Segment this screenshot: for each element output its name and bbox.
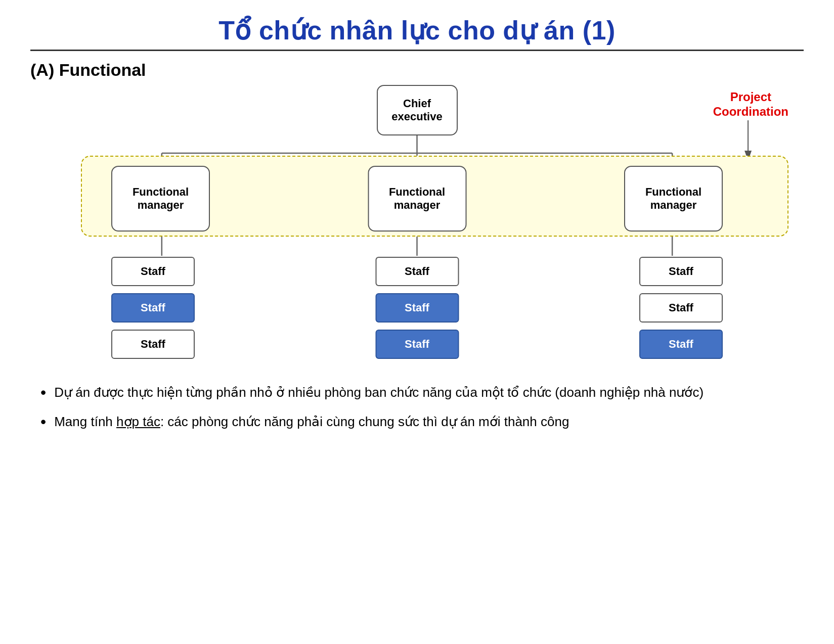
underline-hop-tac: hợp tác: [116, 414, 160, 429]
staff-center-3: Staff: [375, 330, 459, 359]
staff-center-2: Staff: [375, 293, 459, 323]
functional-manager-left: Functionalmanager: [111, 166, 210, 232]
fm-right-label: Functionalmanager: [645, 186, 701, 212]
staff-col-left: Staff Staff Staff: [111, 257, 195, 359]
staff-left-1: Staff: [111, 257, 195, 286]
title-divider: [30, 50, 804, 51]
bullet-list: • Dự án được thực hiện từng phần nhỏ ở n…: [40, 382, 804, 440]
diagram-area: (A) Functional: [30, 60, 804, 373]
staff-left-3: Staff: [111, 330, 195, 359]
functional-manager-center: Functionalmanager: [368, 166, 466, 232]
bullet-text-1: Dự án được thực hiện từng phần nhỏ ở nhi…: [54, 382, 804, 402]
section-label: (A) Functional: [30, 60, 146, 80]
org-chart: Chief executive Functionalmanager Functi…: [30, 80, 804, 373]
bullet-dot-2: •: [40, 411, 46, 433]
page-title: Tổ chức nhân lực cho dự án (1): [30, 10, 804, 50]
staff-right-2: Staff: [639, 293, 723, 323]
staff-col-right: Staff Staff Staff: [639, 257, 723, 359]
bullet-item-2: • Mang tính hợp tác: các phòng chức năng…: [40, 411, 804, 433]
staff-left-2: Staff: [111, 293, 195, 323]
fm-left-label: Functionalmanager: [133, 186, 189, 212]
fm-center-label: Functionalmanager: [389, 186, 445, 212]
chief-executive-label: Chief executive: [378, 97, 457, 123]
staff-right-1: Staff: [639, 257, 723, 286]
functional-manager-right: Functionalmanager: [624, 166, 723, 232]
staff-center-1: Staff: [375, 257, 459, 286]
chief-executive-box: Chief executive: [377, 85, 458, 135]
project-coordination: Project Coordination: [713, 90, 788, 119]
staff-col-center: Staff Staff Staff: [375, 257, 459, 359]
staff-right-3: Staff: [639, 330, 723, 359]
bullet-text-2: Mang tính hợp tác: các phòng chức năng p…: [54, 411, 804, 432]
page: Tổ chức nhân lực cho dự án (1) (A) Funct…: [0, 0, 834, 644]
project-coordination-label: Project Coordination: [713, 90, 788, 119]
bullet-item-1: • Dự án được thực hiện từng phần nhỏ ở n…: [40, 382, 804, 403]
bullet-dot-1: •: [40, 382, 46, 403]
